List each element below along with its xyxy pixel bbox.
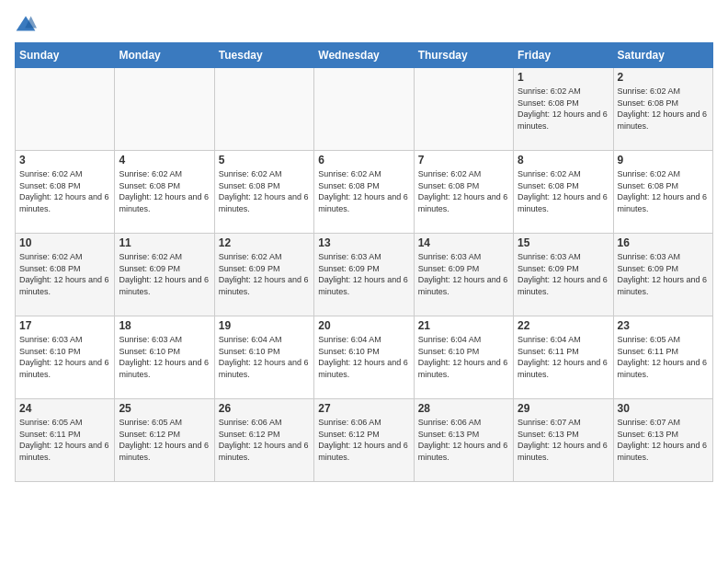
day-number: 29: [518, 402, 609, 415]
day-number: 22: [518, 319, 609, 332]
day-info: Sunrise: 6:06 AM Sunset: 6:12 PM Dayligh…: [219, 417, 310, 463]
header-day: Saturday: [613, 43, 712, 68]
calendar-cell: 18Sunrise: 6:03 AM Sunset: 6:10 PM Dayli…: [115, 316, 214, 399]
day-number: 21: [418, 319, 509, 332]
calendar-cell: [314, 68, 414, 151]
day-info: Sunrise: 6:02 AM Sunset: 6:08 PM Dayligh…: [518, 86, 609, 132]
day-number: 11: [119, 236, 210, 249]
day-number: 18: [119, 319, 210, 332]
calendar-cell: 2Sunrise: 6:02 AM Sunset: 6:08 PM Daylig…: [613, 68, 712, 151]
calendar-week: 17Sunrise: 6:03 AM Sunset: 6:10 PM Dayli…: [16, 316, 713, 399]
day-info: Sunrise: 6:03 AM Sunset: 6:09 PM Dayligh…: [318, 251, 409, 297]
day-number: 30: [618, 402, 709, 415]
day-info: Sunrise: 6:03 AM Sunset: 6:10 PM Dayligh…: [119, 334, 210, 380]
day-info: Sunrise: 6:07 AM Sunset: 6:13 PM Dayligh…: [618, 417, 709, 463]
header-day: Thursday: [414, 43, 513, 68]
day-number: 4: [119, 154, 210, 167]
calendar-cell: 21Sunrise: 6:04 AM Sunset: 6:10 PM Dayli…: [414, 316, 513, 399]
calendar-cell: 26Sunrise: 6:06 AM Sunset: 6:12 PM Dayli…: [214, 399, 313, 482]
day-info: Sunrise: 6:02 AM Sunset: 6:08 PM Dayligh…: [318, 168, 409, 214]
day-info: Sunrise: 6:03 AM Sunset: 6:09 PM Dayligh…: [618, 251, 709, 297]
day-number: 8: [518, 154, 609, 167]
day-number: 23: [618, 319, 709, 332]
header-day: Wednesday: [314, 43, 414, 68]
day-number: 13: [318, 236, 409, 249]
header-day: Friday: [514, 43, 613, 68]
day-number: 12: [219, 236, 310, 249]
calendar-cell: 13Sunrise: 6:03 AM Sunset: 6:09 PM Dayli…: [314, 234, 414, 316]
calendar-cell: 11Sunrise: 6:02 AM Sunset: 6:09 PM Dayli…: [115, 234, 214, 316]
day-info: Sunrise: 6:04 AM Sunset: 6:10 PM Dayligh…: [219, 334, 310, 380]
page-header: [15, 15, 713, 33]
calendar-header: SundayMondayTuesdayWednesdayThursdayFrid…: [16, 43, 713, 68]
day-number: 26: [219, 402, 310, 415]
day-info: Sunrise: 6:02 AM Sunset: 6:08 PM Dayligh…: [19, 251, 110, 297]
calendar-cell: 16Sunrise: 6:03 AM Sunset: 6:09 PM Dayli…: [613, 234, 712, 316]
logo: [15, 15, 40, 33]
day-info: Sunrise: 6:02 AM Sunset: 6:09 PM Dayligh…: [219, 251, 310, 297]
calendar-cell: 14Sunrise: 6:03 AM Sunset: 6:09 PM Dayli…: [414, 234, 513, 316]
day-info: Sunrise: 6:06 AM Sunset: 6:12 PM Dayligh…: [318, 417, 409, 463]
day-info: Sunrise: 6:07 AM Sunset: 6:13 PM Dayligh…: [518, 417, 609, 463]
day-number: 28: [418, 402, 509, 415]
calendar-cell: [115, 68, 214, 151]
calendar-cell: 22Sunrise: 6:04 AM Sunset: 6:11 PM Dayli…: [514, 316, 613, 399]
day-info: Sunrise: 6:02 AM Sunset: 6:08 PM Dayligh…: [219, 168, 310, 214]
calendar-week: 24Sunrise: 6:05 AM Sunset: 6:11 PM Dayli…: [16, 399, 713, 482]
calendar-week: 10Sunrise: 6:02 AM Sunset: 6:08 PM Dayli…: [16, 234, 713, 316]
calendar-cell: 8Sunrise: 6:02 AM Sunset: 6:08 PM Daylig…: [514, 151, 613, 234]
day-number: 27: [318, 402, 409, 415]
calendar-cell: 12Sunrise: 6:02 AM Sunset: 6:09 PM Dayli…: [214, 234, 313, 316]
header-day: Sunday: [16, 43, 115, 68]
day-info: Sunrise: 6:02 AM Sunset: 6:08 PM Dayligh…: [618, 168, 709, 214]
day-info: Sunrise: 6:03 AM Sunset: 6:09 PM Dayligh…: [418, 251, 509, 297]
calendar-cell: 6Sunrise: 6:02 AM Sunset: 6:08 PM Daylig…: [314, 151, 414, 234]
day-info: Sunrise: 6:03 AM Sunset: 6:09 PM Dayligh…: [518, 251, 609, 297]
day-info: Sunrise: 6:02 AM Sunset: 6:08 PM Dayligh…: [418, 168, 509, 214]
day-info: Sunrise: 6:02 AM Sunset: 6:08 PM Dayligh…: [119, 168, 210, 214]
day-number: 2: [618, 71, 709, 84]
day-number: 6: [318, 154, 409, 167]
calendar-cell: 29Sunrise: 6:07 AM Sunset: 6:13 PM Dayli…: [514, 399, 613, 482]
day-number: 25: [119, 402, 210, 415]
calendar-cell: 23Sunrise: 6:05 AM Sunset: 6:11 PM Dayli…: [613, 316, 712, 399]
calendar-cell: 10Sunrise: 6:02 AM Sunset: 6:08 PM Dayli…: [16, 234, 115, 316]
day-number: 7: [418, 154, 509, 167]
day-number: 5: [219, 154, 310, 167]
day-number: 24: [19, 402, 110, 415]
day-number: 1: [518, 71, 609, 84]
calendar-cell: 20Sunrise: 6:04 AM Sunset: 6:10 PM Dayli…: [314, 316, 414, 399]
calendar-cell: 4Sunrise: 6:02 AM Sunset: 6:08 PM Daylig…: [115, 151, 214, 234]
header-day: Monday: [115, 43, 214, 68]
day-number: 15: [518, 236, 609, 249]
day-info: Sunrise: 6:03 AM Sunset: 6:10 PM Dayligh…: [19, 334, 110, 380]
day-number: 20: [318, 319, 409, 332]
calendar-cell: 28Sunrise: 6:06 AM Sunset: 6:13 PM Dayli…: [414, 399, 513, 482]
calendar-cell: [16, 68, 115, 151]
day-info: Sunrise: 6:02 AM Sunset: 6:08 PM Dayligh…: [19, 168, 110, 214]
calendar-cell: 9Sunrise: 6:02 AM Sunset: 6:08 PM Daylig…: [613, 151, 712, 234]
calendar-cell: 24Sunrise: 6:05 AM Sunset: 6:11 PM Dayli…: [16, 399, 115, 482]
day-info: Sunrise: 6:05 AM Sunset: 6:11 PM Dayligh…: [618, 334, 709, 380]
day-number: 9: [618, 154, 709, 167]
day-number: 19: [219, 319, 310, 332]
day-info: Sunrise: 6:04 AM Sunset: 6:11 PM Dayligh…: [518, 334, 609, 380]
header-row: SundayMondayTuesdayWednesdayThursdayFrid…: [16, 43, 713, 68]
calendar-cell: 1Sunrise: 6:02 AM Sunset: 6:08 PM Daylig…: [514, 68, 613, 151]
calendar-cell: 17Sunrise: 6:03 AM Sunset: 6:10 PM Dayli…: [16, 316, 115, 399]
logo-icon: [15, 15, 37, 33]
calendar-cell: 7Sunrise: 6:02 AM Sunset: 6:08 PM Daylig…: [414, 151, 513, 234]
calendar-cell: 3Sunrise: 6:02 AM Sunset: 6:08 PM Daylig…: [16, 151, 115, 234]
calendar-cell: 25Sunrise: 6:05 AM Sunset: 6:12 PM Dayli…: [115, 399, 214, 482]
calendar-week: 3Sunrise: 6:02 AM Sunset: 6:08 PM Daylig…: [16, 151, 713, 234]
calendar-cell: [414, 68, 513, 151]
day-info: Sunrise: 6:06 AM Sunset: 6:13 PM Dayligh…: [418, 417, 509, 463]
calendar-cell: 27Sunrise: 6:06 AM Sunset: 6:12 PM Dayli…: [314, 399, 414, 482]
day-info: Sunrise: 6:05 AM Sunset: 6:12 PM Dayligh…: [119, 417, 210, 463]
header-day: Tuesday: [214, 43, 313, 68]
day-number: 16: [618, 236, 709, 249]
calendar-cell: [214, 68, 313, 151]
calendar-body: 1Sunrise: 6:02 AM Sunset: 6:08 PM Daylig…: [16, 68, 713, 482]
calendar-cell: 5Sunrise: 6:02 AM Sunset: 6:08 PM Daylig…: [214, 151, 313, 234]
calendar-cell: 19Sunrise: 6:04 AM Sunset: 6:10 PM Dayli…: [214, 316, 313, 399]
